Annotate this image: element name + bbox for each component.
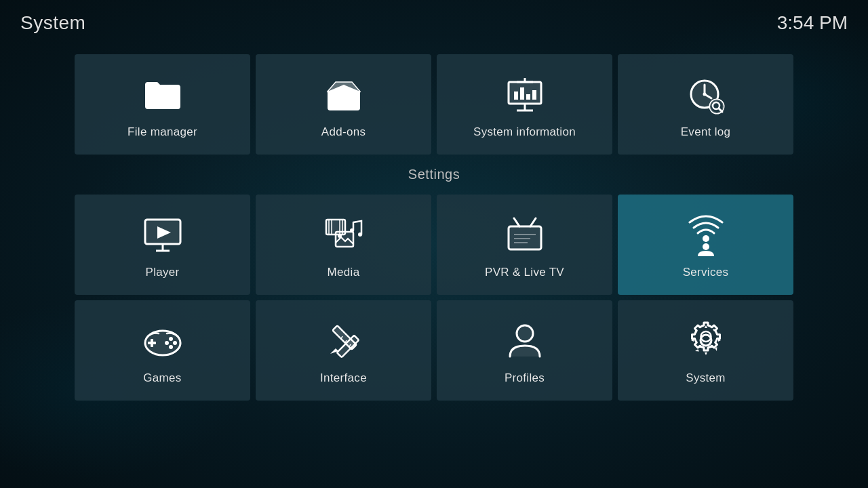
interface-icon [322, 319, 366, 362]
svg-point-49 [169, 337, 173, 341]
tile-services-label: Services [683, 266, 729, 279]
tile-system-information-label: System information [473, 125, 576, 139]
media-icon [322, 213, 366, 256]
svg-point-34 [350, 228, 354, 232]
tile-games-label: Games [143, 371, 181, 385]
pvr-live-tv-icon [503, 213, 547, 256]
file-manager-icon [141, 73, 184, 116]
tile-interface[interactable]: Interface [256, 300, 431, 401]
games-icon [141, 319, 184, 362]
tile-profiles-label: Profiles [505, 371, 545, 385]
svg-point-62 [517, 325, 533, 342]
settings-label: Settings [75, 167, 793, 182]
tile-pvr-live-tv[interactable]: PVR & Live TV [437, 195, 612, 295]
header: System 3:54 PM [0, 0, 868, 46]
system-information-icon [503, 73, 547, 116]
tile-event-log[interactable]: Event log [618, 54, 793, 155]
tile-file-manager-label: File manager [127, 125, 197, 139]
svg-point-50 [173, 341, 177, 345]
system-icon [684, 319, 728, 362]
settings-row-1: Player [75, 195, 793, 295]
tile-system-label: System [686, 371, 725, 385]
svg-point-35 [358, 232, 362, 237]
services-icon [684, 213, 728, 256]
tile-media-label: Media [328, 266, 360, 279]
svg-point-15 [703, 93, 706, 96]
profiles-icon [503, 319, 547, 362]
tile-player-label: Player [146, 266, 180, 279]
tile-profiles[interactable]: Profiles [437, 300, 612, 401]
event-log-icon [684, 73, 728, 116]
svg-point-52 [165, 341, 169, 345]
tile-player[interactable]: Player [75, 195, 250, 295]
tile-add-ons[interactable]: Add-ons [256, 54, 431, 155]
tile-games[interactable]: Games [75, 300, 250, 401]
tile-add-ons-label: Add-ons [321, 125, 366, 139]
top-row: File manager Add-ons [75, 54, 793, 155]
svg-rect-4 [520, 87, 524, 100]
tile-interface-label: Interface [320, 371, 367, 385]
tile-system-information[interactable]: System information [437, 54, 612, 155]
page-title: System [20, 12, 85, 34]
settings-section: Settings Player [75, 167, 793, 401]
settings-row-2: Games [75, 300, 793, 401]
svg-point-44 [703, 243, 709, 250]
tile-media[interactable]: Media [256, 195, 431, 295]
svg-rect-3 [514, 92, 518, 100]
clock: 3:54 PM [777, 12, 848, 34]
tile-system[interactable]: System [618, 300, 793, 401]
svg-point-43 [703, 235, 709, 242]
svg-rect-5 [526, 94, 530, 100]
tile-event-log-label: Event log [681, 125, 731, 139]
svg-rect-6 [532, 90, 536, 100]
svg-rect-37 [509, 226, 541, 249]
add-ons-icon [322, 73, 366, 116]
svg-line-39 [530, 218, 536, 226]
player-icon [141, 213, 184, 256]
tile-pvr-live-tv-label: PVR & Live TV [485, 266, 564, 279]
content: File manager Add-ons [75, 54, 793, 461]
tile-file-manager[interactable]: File manager [75, 54, 250, 155]
svg-rect-48 [151, 339, 153, 347]
tile-services[interactable]: Services [618, 195, 793, 295]
svg-line-38 [514, 218, 519, 226]
svg-point-51 [169, 345, 173, 349]
